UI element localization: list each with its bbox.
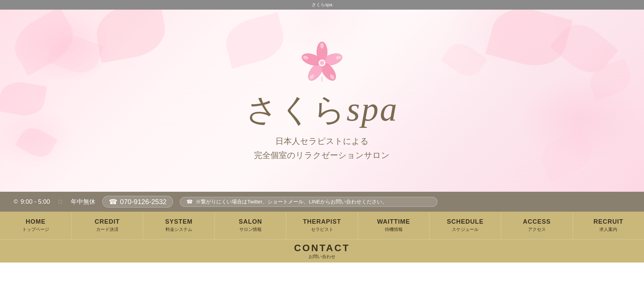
nav-salon-en: SALON (239, 218, 262, 225)
nav-access-en: ACCESS (523, 218, 551, 225)
hours-item: © 9:00 - 5:00 (14, 198, 50, 205)
phone-icon: ☎ (109, 198, 117, 206)
info-bar: © 9:00 - 5:00 □ 年中無休 ☎ 070-9126-2532 ☎ ※… (0, 192, 644, 212)
phone-number: 070-9126-2532 (120, 198, 167, 206)
site-title-japanese: さくら (246, 92, 347, 127)
nav-home-ja: トップページ (22, 226, 49, 233)
sakura-logo-icon (298, 39, 346, 87)
nav-access-ja: アクセス (528, 226, 546, 233)
closed-item: 年中無休 (71, 198, 95, 206)
nav-waittime-en: WAITTIME (377, 218, 410, 225)
clock-icon: © (14, 199, 18, 205)
nav-recruit-en: RECRUIT (594, 218, 623, 225)
hero-content: さくらspa 日本人セラピストによる 完全個室のリラクゼーションサロン (246, 39, 399, 163)
nav-access[interactable]: ACCESS アクセス (501, 212, 573, 239)
nav-therapist[interactable]: THERAPIST セラピスト (286, 212, 358, 239)
nav-waittime-ja: 待機情報 (385, 226, 403, 233)
hero-subtitle-line2: 完全個室のリラクゼーションサロン (254, 151, 390, 160)
contact-title: CONTACT (294, 243, 350, 254)
nav-schedule-ja: スケジュール (452, 226, 479, 233)
nav-therapist-ja: セラピスト (311, 226, 333, 233)
nav-schedule-en: SCHEDULE (447, 218, 484, 225)
tab-title: さくらspa (312, 2, 332, 8)
nav-system-ja: 料金システム (165, 226, 192, 233)
nav-credit-en: CREDIT (95, 218, 120, 225)
notice-item: ☎ ※繋がりにくい場合はTwitter、ショートメール、LINEからお問い合わせ… (180, 197, 437, 207)
nav-credit[interactable]: CREDIT カード決済 (72, 212, 143, 239)
nav-home[interactable]: HOME トップページ (0, 212, 72, 239)
hero-subtitle-line1: 日本人セラピストによる (275, 137, 369, 146)
nav-home-en: HOME (26, 218, 46, 225)
nav-waittime[interactable]: WAITTIME 待機情報 (358, 212, 430, 239)
nav-recruit-ja: 求人案内 (599, 226, 617, 233)
nav-salon-ja: サロン情報 (239, 226, 262, 233)
nav-recruit[interactable]: RECRUIT 求人案内 (573, 212, 644, 239)
notice-text: ※繋がりにくい場合はTwitter、ショートメール、LINEからお問い合わせくだ… (196, 199, 387, 205)
hero-subtitle: 日本人セラピストによる 完全個室のリラクゼーションサロン (254, 134, 390, 163)
nav-bar: HOME トップページ CREDIT カード決済 SYSTEM 料金システム S… (0, 212, 644, 239)
contact-section[interactable]: CONTACT お問い合わせ (0, 239, 644, 263)
hours-text: 9:00 - 5:00 (21, 198, 50, 205)
site-title: さくらspa (246, 90, 399, 128)
nav-system-en: SYSTEM (165, 218, 193, 225)
site-title-latin: spa (347, 90, 399, 128)
closed-text: 年中無休 (71, 198, 95, 206)
phone-item[interactable]: ☎ 070-9126-2532 (102, 196, 173, 208)
svg-point-6 (320, 61, 324, 65)
tab-bar: さくらspa (0, 0, 644, 10)
notice-icon: ☎ (186, 199, 193, 205)
nav-salon[interactable]: SALON サロン情報 (215, 212, 287, 239)
nav-schedule[interactable]: SCHEDULE スケジュール (429, 212, 501, 239)
hero-section: さくらspa 日本人セラピストによる 完全個室のリラクゼーションサロン (0, 10, 644, 192)
info-divider-1: □ (59, 199, 62, 205)
contact-subtitle: お問い合わせ (309, 254, 335, 260)
svg-point-7 (320, 43, 324, 48)
nav-therapist-en: THERAPIST (303, 218, 341, 225)
nav-credit-ja: カード決済 (96, 226, 118, 233)
nav-system[interactable]: SYSTEM 料金システム (143, 212, 215, 239)
